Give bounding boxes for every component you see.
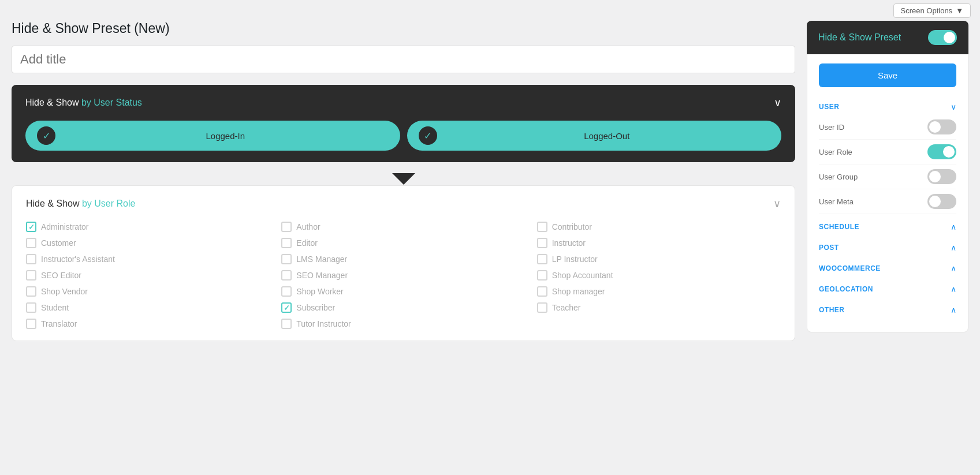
role-item[interactable]: Editor bbox=[281, 238, 525, 248]
sidebar-section-post-title: POST bbox=[819, 244, 839, 252]
role-label: Translator bbox=[41, 319, 77, 328]
role-item[interactable]: SEO Editor bbox=[26, 270, 270, 280]
role-label: Instructor's Assistant bbox=[41, 255, 115, 264]
role-item[interactable]: Translator bbox=[26, 319, 270, 329]
sidebar-row-user-role-label: User Role bbox=[819, 148, 852, 156]
role-label: SEO Manager bbox=[296, 271, 348, 280]
role-checkbox[interactable] bbox=[26, 222, 36, 232]
role-label: Student bbox=[41, 303, 69, 312]
user-status-header[interactable]: Hide & Show by User Status ∨ bbox=[25, 96, 781, 109]
sidebar-section-other-header[interactable]: OTHER ∧ bbox=[819, 302, 956, 318]
user-id-toggle[interactable] bbox=[927, 119, 956, 134]
sidebar-geolocation-chevron: ∧ bbox=[951, 285, 956, 294]
role-label: Editor bbox=[296, 238, 318, 248]
preset-toggle-slider bbox=[928, 30, 957, 45]
user-role-header[interactable]: Hide & Show by User Role ∨ bbox=[26, 197, 781, 210]
role-item[interactable]: Customer bbox=[26, 238, 270, 248]
role-label: Shop Vendor bbox=[41, 287, 88, 296]
logged-out-button[interactable]: ✓ Logged-Out bbox=[407, 121, 782, 151]
sidebar-body: Save USER ∨ User ID User Role bbox=[807, 54, 968, 332]
sidebar-row-user-group: User Group bbox=[819, 164, 956, 189]
role-item[interactable]: Shop Worker bbox=[281, 286, 525, 297]
role-item[interactable]: Subscriber bbox=[281, 302, 525, 313]
role-label: Shop Worker bbox=[296, 287, 343, 296]
sidebar-section-post-header[interactable]: POST ∧ bbox=[819, 240, 956, 256]
user-role-panel: Hide & Show by User Role ∨ Administrator… bbox=[12, 185, 795, 341]
sidebar-row-user-id-label: User ID bbox=[819, 123, 844, 132]
user-group-toggle[interactable] bbox=[927, 169, 956, 184]
role-checkbox[interactable] bbox=[281, 270, 292, 280]
role-checkbox[interactable] bbox=[26, 302, 36, 313]
sidebar-section-geolocation-header[interactable]: GEOLOCATION ∧ bbox=[819, 281, 956, 297]
save-button[interactable]: Save bbox=[819, 63, 956, 87]
role-item[interactable]: Instructor bbox=[537, 238, 781, 248]
main-layout: Hide & Show Preset (New) Hide & Show by … bbox=[0, 21, 980, 364]
role-checkbox[interactable] bbox=[281, 222, 292, 232]
role-item[interactable]: Contributor bbox=[537, 222, 781, 232]
title-input[interactable] bbox=[12, 46, 795, 73]
role-label: Instructor bbox=[552, 238, 586, 248]
role-item[interactable]: Shop Accountant bbox=[537, 270, 781, 280]
role-checkbox[interactable] bbox=[281, 302, 292, 313]
logged-in-button[interactable]: ✓ Logged-In bbox=[25, 121, 400, 151]
role-checkbox[interactable] bbox=[26, 254, 36, 264]
sidebar-row-user-role: User Role bbox=[819, 140, 956, 164]
user-status-panel: Hide & Show by User Status ∨ ✓ Logged-In… bbox=[12, 85, 795, 162]
role-item[interactable]: Student bbox=[26, 302, 270, 313]
role-item[interactable]: LMS Manager bbox=[281, 254, 525, 264]
sidebar-preset-title: Hide & Show Preset bbox=[818, 32, 901, 43]
role-checkbox[interactable] bbox=[537, 302, 547, 313]
role-item[interactable]: Instructor's Assistant bbox=[26, 254, 270, 264]
role-checkbox[interactable] bbox=[281, 238, 292, 248]
role-label: Shop Accountant bbox=[552, 271, 613, 280]
role-label: Contributor bbox=[552, 222, 592, 231]
screen-options-label: Screen Options bbox=[901, 6, 953, 15]
sidebar-section-schedule: SCHEDULE ∧ bbox=[819, 219, 956, 235]
role-label: Subscriber bbox=[296, 303, 335, 312]
role-checkbox[interactable] bbox=[26, 286, 36, 297]
role-checkbox[interactable] bbox=[537, 238, 547, 248]
role-item[interactable]: SEO Manager bbox=[281, 270, 525, 280]
role-checkbox[interactable] bbox=[281, 254, 292, 264]
role-label: SEO Editor bbox=[41, 271, 81, 280]
role-checkbox[interactable] bbox=[537, 286, 547, 297]
role-checkbox[interactable] bbox=[281, 286, 292, 297]
sidebar-section-geolocation-title: GEOLOCATION bbox=[819, 285, 873, 293]
role-checkbox[interactable] bbox=[537, 254, 547, 264]
role-item[interactable] bbox=[537, 319, 781, 329]
role-checkbox[interactable] bbox=[537, 222, 547, 232]
role-checkbox[interactable] bbox=[26, 238, 36, 248]
sidebar-section-user-title: USER bbox=[819, 103, 839, 111]
role-label: LP Instructor bbox=[552, 255, 598, 264]
sidebar-row-user-id: User ID bbox=[819, 115, 956, 140]
role-item[interactable]: Author bbox=[281, 222, 525, 232]
user-role-toggle[interactable] bbox=[927, 144, 956, 159]
role-item[interactable]: LP Instructor bbox=[537, 254, 781, 264]
role-label: Customer bbox=[41, 238, 76, 248]
page-title: Hide & Show Preset (New) bbox=[12, 21, 795, 36]
content-area: Hide & Show Preset (New) Hide & Show by … bbox=[12, 21, 795, 353]
sidebar-section-user-header[interactable]: USER ∨ bbox=[819, 99, 956, 115]
role-item[interactable]: Teacher bbox=[537, 302, 781, 313]
screen-options-button[interactable]: Screen Options ▼ bbox=[893, 3, 971, 18]
role-checkbox[interactable] bbox=[26, 319, 36, 329]
user-meta-toggle[interactable] bbox=[927, 194, 956, 209]
role-label: Teacher bbox=[552, 303, 581, 312]
role-label: Shop manager bbox=[552, 287, 605, 296]
role-item[interactable]: Administrator bbox=[26, 222, 270, 232]
sidebar-preset-header: Hide & Show Preset bbox=[807, 21, 968, 54]
role-checkbox[interactable] bbox=[537, 270, 547, 280]
user-id-toggle-slider bbox=[927, 119, 956, 134]
role-item[interactable]: Shop Vendor bbox=[26, 286, 270, 297]
role-checkbox[interactable] bbox=[26, 270, 36, 280]
sidebar-section-schedule-header[interactable]: SCHEDULE ∧ bbox=[819, 219, 956, 235]
sidebar-schedule-chevron: ∧ bbox=[951, 222, 956, 231]
role-checkbox[interactable] bbox=[281, 319, 292, 329]
preset-toggle[interactable] bbox=[928, 30, 957, 45]
user-role-chevron: ∨ bbox=[773, 197, 781, 210]
role-item[interactable]: Shop manager bbox=[537, 286, 781, 297]
role-item[interactable]: Tutor Instructor bbox=[281, 319, 525, 329]
sidebar-user-chevron: ∨ bbox=[951, 102, 956, 111]
sidebar-section-geolocation: GEOLOCATION ∧ bbox=[819, 281, 956, 297]
sidebar-section-woocommerce-header[interactable]: WOOCOMMERCE ∧ bbox=[819, 260, 956, 276]
